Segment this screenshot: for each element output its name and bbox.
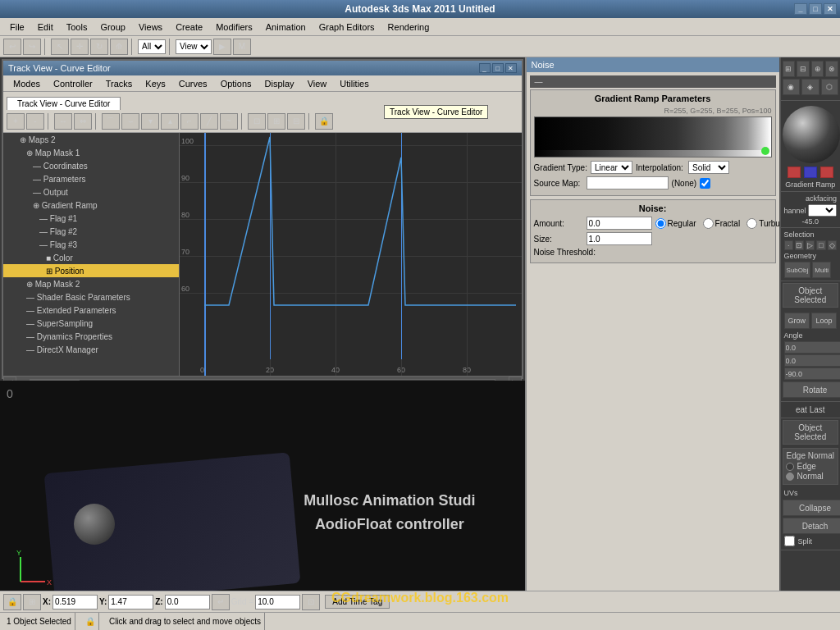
- tree-item[interactable]: ⊕ Map Mask 1: [3, 146, 179, 159]
- tree-item[interactable]: — Flag #3: [3, 238, 179, 251]
- move-button[interactable]: ✛: [71, 39, 89, 55]
- rp-icon-4[interactable]: ⊗: [825, 61, 838, 77]
- rp-icon-6[interactable]: ◈: [801, 79, 819, 95]
- menu-views[interactable]: Views: [132, 21, 169, 34]
- grid-input[interactable]: [255, 595, 300, 609]
- tv-menu-view[interactable]: View: [301, 77, 334, 90]
- tv-move-key[interactable]: ↔: [54, 113, 72, 130]
- rp-icon-2[interactable]: ⊟: [797, 61, 810, 77]
- tv-menu-controller[interactable]: Controller: [47, 77, 99, 90]
- noise-collapse-button[interactable]: —: [530, 75, 776, 88]
- scale-button[interactable]: ⟰: [110, 39, 128, 55]
- size-input[interactable]: [587, 232, 652, 245]
- tree-item-color[interactable]: ■ Color: [3, 251, 179, 264]
- split-checkbox[interactable]: [784, 536, 795, 546]
- tree-item-position[interactable]: ⊞ Position: [3, 264, 179, 277]
- gradient-stop-indicator[interactable]: [761, 147, 769, 155]
- rp-mat-btn-1[interactable]: [788, 167, 801, 178]
- angle-input-2[interactable]: [784, 354, 840, 367]
- radio-fractal[interactable]: Fractal: [703, 218, 741, 229]
- tv-menu-keys[interactable]: Keys: [139, 77, 171, 90]
- x-coord-input[interactable]: [52, 595, 98, 609]
- tree-item[interactable]: — Parameters: [3, 172, 179, 185]
- filter-select[interactable]: All: [138, 39, 166, 54]
- tv-delete-key[interactable]: -: [26, 113, 44, 130]
- render-button[interactable]: ▶: [213, 39, 231, 55]
- menu-edit[interactable]: Edit: [31, 21, 60, 34]
- tv-minimize[interactable]: _: [479, 63, 491, 73]
- lock-button[interactable]: 🔒: [3, 594, 21, 610]
- close-button[interactable]: ✕: [824, 3, 837, 15]
- rp-mat-btn-2[interactable]: [804, 167, 817, 178]
- tv-slide-key[interactable]: ⇔: [74, 113, 92, 130]
- detach-button[interactable]: Detach: [783, 518, 840, 534]
- minimize-button[interactable]: _: [794, 3, 807, 15]
- rp-multi-label[interactable]: Multi: [812, 262, 831, 278]
- tree-item[interactable]: — Flag #2: [3, 225, 179, 238]
- menu-group[interactable]: Group: [94, 21, 132, 34]
- tree-item[interactable]: — Output: [3, 185, 179, 199]
- material-editor-button[interactable]: M: [233, 39, 251, 55]
- tv-tangent-smooth[interactable]: ~: [220, 113, 238, 130]
- source-map-input[interactable]: [587, 176, 669, 189]
- menu-modifiers[interactable]: Modifiers: [209, 21, 259, 34]
- edge-radio[interactable]: [786, 463, 794, 471]
- tv-lock-tangents[interactable]: 🔒: [315, 113, 333, 130]
- collapse-button[interactable]: Collapse: [783, 500, 840, 516]
- abs-button[interactable]: ⊞: [23, 594, 41, 610]
- z-coord-input[interactable]: [165, 595, 210, 609]
- tree-item[interactable]: — Flag #1: [3, 212, 179, 225]
- apply-coord-button[interactable]: ↵: [212, 594, 230, 610]
- menu-create[interactable]: Create: [169, 21, 209, 34]
- tree-item[interactable]: ⊕ Map Mask 2: [3, 277, 179, 290]
- tv-tangent-slow[interactable]: ▴: [161, 113, 179, 130]
- rp-channel-select[interactable]: [808, 204, 837, 217]
- tv-add-key[interactable]: +: [7, 113, 25, 130]
- menu-graph-editors[interactable]: Graph Editors: [313, 21, 381, 34]
- view-select[interactable]: View: [176, 39, 212, 54]
- tv-close[interactable]: ✕: [505, 63, 517, 73]
- tv-menu-options[interactable]: Options: [214, 77, 258, 90]
- radio-regular-input[interactable]: [655, 218, 666, 229]
- tv-menu-display[interactable]: Display: [258, 77, 301, 90]
- rp-mat-btn-3[interactable]: [820, 167, 833, 178]
- tree-item[interactable]: — Dynamics Properties: [3, 330, 179, 343]
- menu-file[interactable]: File: [3, 21, 31, 34]
- tv-tangent-linear[interactable]: ╱: [200, 113, 218, 130]
- rp-sel-btn-2[interactable]: ⊡: [795, 240, 804, 250]
- tree-item[interactable]: ⊕ Maps 2: [3, 133, 179, 146]
- tv-zoom-extents[interactable]: ⊡: [248, 113, 266, 130]
- maximize-button[interactable]: □: [809, 3, 822, 15]
- tv-menu-utilities[interactable]: Utilities: [333, 77, 375, 90]
- tree-item[interactable]: — Extended Parameters: [3, 304, 179, 317]
- rp-icon-5[interactable]: ◉: [783, 79, 800, 95]
- radio-fractal-input[interactable]: [703, 218, 714, 229]
- undo-button[interactable]: ↩: [3, 39, 21, 55]
- angle-input-3[interactable]: [784, 368, 840, 380]
- rp-icon-3[interactable]: ⊕: [811, 61, 824, 77]
- rp-subobj-label[interactable]: SubObj: [784, 262, 811, 278]
- radio-turbulence[interactable]: Turbulence: [746, 218, 778, 229]
- menu-tools[interactable]: Tools: [60, 21, 94, 34]
- tree-item[interactable]: — Coordinates: [3, 159, 179, 172]
- menu-animation[interactable]: Animation: [259, 21, 313, 34]
- tv-tab-1[interactable]: Track View - Curve Editor: [7, 97, 121, 110]
- tv-tangent-custom[interactable]: ⌣: [121, 113, 139, 130]
- rp-icon-1[interactable]: ⊞: [783, 61, 796, 77]
- normal-radio[interactable]: [786, 472, 794, 481]
- tv-tangent-fast[interactable]: ▾: [141, 113, 159, 130]
- amount-input[interactable]: [587, 217, 652, 230]
- rotate-button[interactable]: ↻: [90, 39, 108, 55]
- tv-curve-editor[interactable]: 100 90 80 70 60 0 20 40 60 80: [180, 133, 522, 376]
- rp-sel-btn-3[interactable]: ▷: [806, 240, 815, 250]
- tree-item[interactable]: — DirectX Manager: [3, 343, 179, 356]
- tv-menu-curves[interactable]: Curves: [172, 77, 214, 90]
- tv-tangent-step[interactable]: ⌐: [180, 113, 199, 130]
- coord-btn-1[interactable]: ⊡: [302, 594, 320, 610]
- radio-regular[interactable]: Regular: [655, 218, 696, 229]
- radio-turbulence-input[interactable]: [746, 218, 757, 229]
- tree-item[interactable]: — Shader Basic Parameters: [3, 290, 179, 304]
- source-map-checkbox[interactable]: [700, 178, 710, 189]
- angle-input-1[interactable]: [784, 341, 840, 354]
- tv-zoom-extents-y[interactable]: ⊟: [287, 113, 305, 130]
